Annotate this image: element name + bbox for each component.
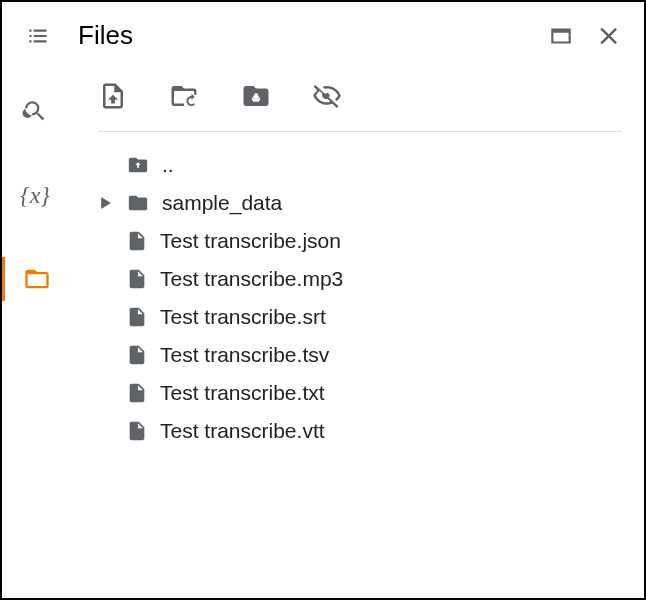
file-label: Test transcribe.mp3	[160, 267, 343, 291]
file-icon	[126, 267, 148, 291]
folder-up-icon	[126, 154, 150, 176]
files-toolbar	[98, 79, 622, 132]
files-panel: .. sample_data Test transcribe.json	[68, 61, 644, 597]
sidebar: {x}	[2, 61, 68, 597]
file-icon	[126, 305, 148, 329]
close-icon[interactable]	[596, 23, 622, 49]
file-icon	[126, 381, 148, 405]
expand-icon[interactable]	[98, 197, 114, 209]
sidebar-files[interactable]	[2, 257, 68, 301]
file-tree: .. sample_data Test transcribe.json	[98, 146, 622, 450]
file-icon	[126, 229, 148, 253]
file-row[interactable]: Test transcribe.srt	[98, 298, 622, 336]
parent-dir-row[interactable]: ..	[98, 146, 622, 184]
file-row[interactable]: Test transcribe.vtt	[98, 412, 622, 450]
window-icon[interactable]	[546, 23, 576, 49]
file-icon	[126, 419, 148, 443]
file-row[interactable]: Test transcribe.txt	[98, 374, 622, 412]
folder-row[interactable]: sample_data	[98, 184, 622, 222]
file-row[interactable]: Test transcribe.json	[98, 222, 622, 260]
file-label: sample_data	[162, 191, 282, 215]
parent-dir-label: ..	[162, 153, 174, 177]
file-label: Test transcribe.tsv	[160, 343, 329, 367]
file-label: Test transcribe.srt	[160, 305, 326, 329]
hide-icon[interactable]	[310, 81, 344, 111]
sidebar-variables[interactable]: {x}	[2, 173, 68, 217]
panel-title: Files	[78, 20, 522, 51]
file-label: Test transcribe.txt	[160, 381, 325, 405]
file-label: Test transcribe.vtt	[160, 419, 325, 443]
svg-point-1	[325, 93, 330, 98]
mount-drive-icon[interactable]	[240, 81, 272, 111]
file-row[interactable]: Test transcribe.tsv	[98, 336, 622, 374]
upload-file-icon[interactable]	[98, 79, 128, 113]
file-label: Test transcribe.json	[160, 229, 341, 253]
sidebar-search[interactable]	[2, 89, 68, 133]
file-icon	[126, 343, 148, 367]
file-row[interactable]: Test transcribe.mp3	[98, 260, 622, 298]
refresh-folder-icon[interactable]	[166, 81, 202, 111]
toc-icon[interactable]	[24, 23, 52, 49]
folder-icon	[126, 192, 150, 214]
